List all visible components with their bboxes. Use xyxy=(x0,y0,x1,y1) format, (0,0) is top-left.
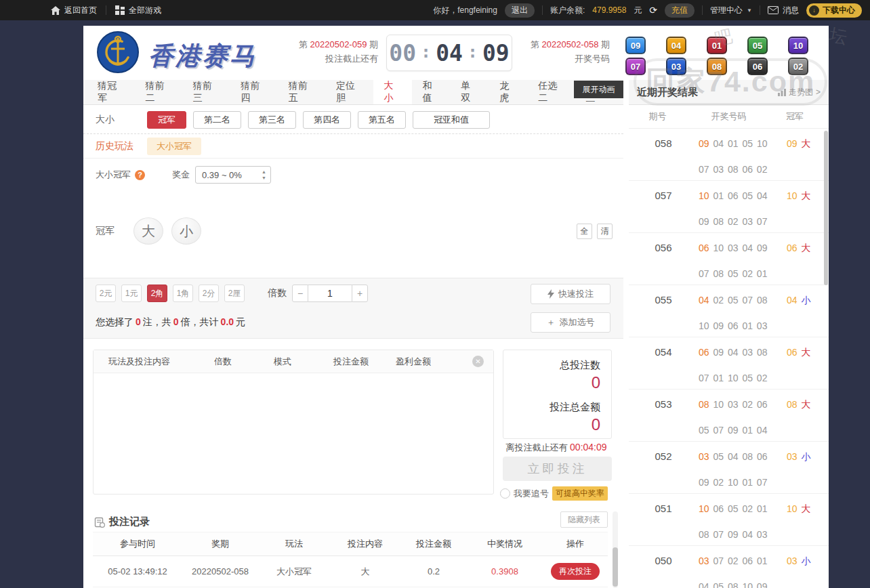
result-numbers-line1: 0610 03 04 09 xyxy=(699,243,768,253)
unit-button[interactable]: 2分 xyxy=(199,285,219,302)
unit-button[interactable]: 1角 xyxy=(173,285,193,302)
position-subnav: 大小 冠军第二名第三名第四名第五名冠亚和值 xyxy=(83,106,623,134)
result-first-number: 10 xyxy=(699,190,709,201)
sidebar-scrollbar-thumb[interactable] xyxy=(824,131,828,285)
result-numbers-line2: 09 08 02 03 07 xyxy=(699,216,767,227)
help-icon[interactable]: ? xyxy=(135,170,145,180)
toggle-animation-button[interactable]: 展开动画 xyxy=(574,81,623,98)
records-column-header: 奖期 xyxy=(182,538,258,550)
result-row: 0511006 05 02 0108 07 09 04 0310大 xyxy=(629,494,829,546)
unit-button[interactable]: 1元 xyxy=(121,285,142,302)
subnav-pill[interactable]: 第四名 xyxy=(303,111,351,129)
record-content: 大 xyxy=(330,566,400,578)
unit-button[interactable]: 2元 xyxy=(96,285,116,302)
draw-ball: 07 xyxy=(625,58,646,75)
nav-tab[interactable]: 龙虎 xyxy=(489,80,528,104)
result-period: 058 xyxy=(648,138,679,149)
hide-list-button[interactable]: 隐藏列表 xyxy=(560,511,608,528)
draw-ball: 02 xyxy=(788,58,808,75)
logout-button[interactable]: 退出 xyxy=(505,3,535,18)
champion-size: 大 xyxy=(802,243,811,255)
admin-center-menu[interactable]: 管理中心 ▼ xyxy=(710,5,752,16)
home-link[interactable]: 返回首页 xyxy=(51,5,97,16)
draw-ball: 06 xyxy=(747,58,768,75)
result-first-number: 03 xyxy=(699,555,709,566)
nav-tab[interactable]: 大小 xyxy=(373,80,412,104)
download-icon: ↓ xyxy=(809,5,819,16)
nav-tab[interactable]: 定位胆 xyxy=(326,80,373,104)
result-first-number: 09 xyxy=(699,138,709,149)
nav-tab[interactable]: 猜前四 xyxy=(230,80,278,104)
bet-deadline-time: 00:04:09 xyxy=(570,442,607,453)
unit-button[interactable]: 2角 xyxy=(147,285,167,302)
refresh-icon[interactable]: ⟳ xyxy=(649,5,657,16)
result-period: 050 xyxy=(648,555,679,566)
draw-ball: 04 xyxy=(666,37,686,54)
multiplier-increase-button[interactable]: + xyxy=(352,285,368,302)
result-rest-numbers: 10 03 02 06 xyxy=(713,399,768,410)
history-play-chip[interactable]: 大小冠军 xyxy=(147,138,201,155)
draw-ball: 01 xyxy=(707,37,727,54)
pick-option[interactable]: 小 xyxy=(171,217,201,245)
champion-number: 03 xyxy=(787,451,798,463)
clear-button[interactable]: 清 xyxy=(597,224,613,239)
cart-column-header: 盈利金额 xyxy=(396,356,462,368)
times-count: 0 xyxy=(171,316,181,327)
bonus-row: 大小冠军 ? 奖金 0.39 ~ 0% ▲▼ xyxy=(83,160,623,190)
champion-size: 小 xyxy=(802,451,811,463)
trend-chart-link[interactable]: 走势图> xyxy=(778,87,821,98)
nav-tab[interactable]: 猜前三 xyxy=(183,80,230,104)
colon: : xyxy=(421,42,431,62)
plus-icon: ＋ xyxy=(547,316,556,329)
records-scrollbar-thumb[interactable] xyxy=(613,547,618,587)
draw-ball: 03 xyxy=(666,58,686,75)
subnav-pill[interactable]: 第三名 xyxy=(248,111,296,129)
result-first-number: 06 xyxy=(699,347,709,358)
bet-deadline: 离投注截止还有 00:04:09 xyxy=(493,442,619,454)
nav-tab[interactable]: 猜前五 xyxy=(278,80,326,104)
bonus-select[interactable]: 0.39 ~ 0% ▲▼ xyxy=(195,166,271,184)
all-games-link[interactable]: 全部游戏 xyxy=(115,5,161,16)
result-rest-numbers: 05 04 08 06 xyxy=(713,451,768,462)
nav-tab[interactable]: 猜前二 xyxy=(135,80,182,104)
close-icon[interactable]: ✕ xyxy=(472,356,484,367)
multiplier-input[interactable]: 1 xyxy=(308,285,352,302)
balance-unit: 元 xyxy=(634,5,642,16)
subnav-pill[interactable]: 第五名 xyxy=(358,111,406,129)
quick-bet-button[interactable]: 快速投注 xyxy=(531,284,610,304)
all-games-label: 全部游戏 xyxy=(129,5,161,16)
countdown-minutes: 04 xyxy=(436,40,463,66)
unit-button[interactable]: 2厘 xyxy=(224,285,245,302)
subnav-pill[interactable]: 冠军 xyxy=(147,111,186,129)
select-all-button[interactable]: 全 xyxy=(577,224,592,239)
nav-tab[interactable]: 单双 xyxy=(451,80,489,104)
nav-tab[interactable]: 和值 xyxy=(412,80,451,104)
current-period-block: 第 20220502-059 期 投注截止还有 xyxy=(280,37,378,66)
rebet-button[interactable]: 再次投注 xyxy=(551,563,600,580)
result-champion: 03小 xyxy=(787,451,811,463)
chart-icon xyxy=(778,89,786,96)
recharge-button[interactable]: 充值 xyxy=(665,3,695,18)
pick-option[interactable]: 大 xyxy=(133,217,163,245)
record-list-icon xyxy=(94,517,105,528)
multiplier-decrease-button[interactable]: − xyxy=(292,285,308,302)
download-center-button[interactable]: ↓ 下载中心 xyxy=(806,3,862,18)
result-numbers-line1: 0609 04 03 08 xyxy=(699,347,768,358)
records-column-header: 参与时间 xyxy=(93,538,182,550)
result-row: 0520305 04 08 0609 02 10 01 0703小 xyxy=(629,442,829,494)
add-numbers-button[interactable]: ＋ 添加选号 xyxy=(531,312,610,333)
messages-link[interactable]: 消息 xyxy=(768,5,799,16)
record-time: 05-02 13:49:12 xyxy=(93,566,182,576)
results-title: 近期开奖结果 xyxy=(637,86,698,99)
recent-results-sidebar: 近期开奖结果 走势图> 期号开奖号码冠军 0580904 01 05 1007 … xyxy=(629,80,829,588)
chase-radio[interactable] xyxy=(500,488,510,499)
subnav-pill[interactable]: 第二名 xyxy=(193,111,241,129)
place-bet-button[interactable]: 立即投注 xyxy=(503,457,612,481)
nav-tab[interactable]: 任选二 xyxy=(528,80,575,104)
nav-tab[interactable]: 猜冠军 xyxy=(87,80,135,104)
subnav-pill[interactable]: 冠亚和值 xyxy=(413,111,490,129)
champion-number: 06 xyxy=(787,347,798,359)
champion-size: 大 xyxy=(802,503,811,516)
main-container: 香港赛马 第 20220502-059 期 投注截止还有 00 : 04 : 0… xyxy=(83,26,829,588)
results-column-headers: 期号开奖号码冠军 xyxy=(629,105,829,129)
